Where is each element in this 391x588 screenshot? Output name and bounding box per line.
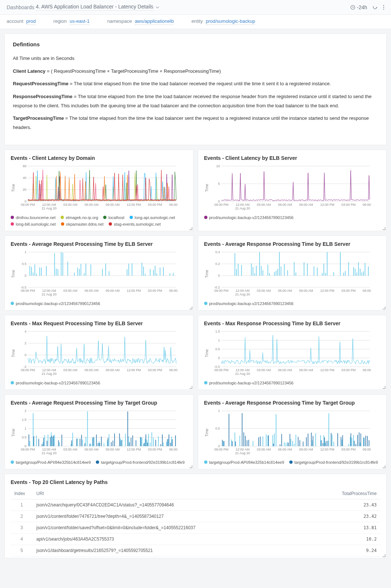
legend-item[interactable]: prod/sumologic-backup-v2/123456789012345… [204, 215, 294, 220]
table-title: Events - Top 20 Client Latency by Paths [11, 479, 380, 485]
svg-rect-218 [104, 443, 105, 446]
table-header[interactable]: URI [33, 488, 336, 499]
chart-panel: Events - Average Response Processing Tim… [198, 236, 387, 311]
resize-handle-icon[interactable] [383, 306, 385, 309]
filter-region[interactable]: regionus-east-1 [54, 18, 90, 25]
resize-handle-icon[interactable] [189, 227, 192, 230]
svg-text:0.2: 0.2 [215, 262, 220, 266]
svg-rect-370 [359, 432, 359, 446]
more-icon[interactable] [383, 5, 384, 10]
resize-handle-icon[interactable] [189, 386, 192, 389]
chart-plot[interactable]: 00.5109:00 PM12:00 AM21 Aug 2003:00 AM06… [210, 409, 381, 456]
table-row[interactable]: 3json/v1/content/folder/saved?offset=0&l… [11, 522, 380, 533]
legend-item[interactable]: prod/sumologic-backup-v2/123456789012345… [11, 381, 100, 385]
cell-index: 4 [11, 533, 33, 545]
resize-handle-icon[interactable] [383, 465, 385, 468]
legend-swatch-icon [204, 216, 207, 219]
svg-text:1.5: 1.5 [215, 330, 220, 333]
legend-item[interactable]: dinihou.bounceme.net [11, 215, 55, 220]
svg-rect-67 [109, 271, 109, 276]
svg-rect-305 [266, 434, 267, 446]
svg-rect-314 [292, 441, 293, 446]
table-row[interactable]: 1json/v2/searchquery/0C43F4ACD2ED4C1A/st… [11, 499, 380, 510]
svg-rect-299 [223, 441, 224, 446]
breadcrumb-root[interactable]: Dashboards [7, 4, 35, 10]
resize-handle-icon[interactable] [189, 306, 192, 309]
svg-rect-334 [228, 414, 229, 446]
table-header[interactable]: Index [11, 488, 33, 499]
dashboard-title[interactable]: 4. AWS Application Load Balancer - Laten… [36, 4, 153, 11]
legend-item[interactable]: targetgroup/Prod-API/84e325b14c814ee9 [204, 460, 284, 465]
svg-rect-306 [267, 435, 268, 446]
legend-item[interactable]: targetgroup/Prod-frontend/92e3199b1rc814… [289, 460, 378, 465]
refresh-icon[interactable] [372, 4, 378, 10]
legend-item[interactable]: elmagek.no-ip.org [61, 215, 98, 220]
filter-entity[interactable]: entityprod/sumologic-backup [191, 18, 255, 25]
svg-rect-213 [87, 411, 88, 446]
svg-text:06:00 AM: 06:00 AM [84, 448, 98, 451]
table-header[interactable]: TotalProcessTime [336, 488, 380, 499]
svg-text:12:00 PM: 12:00 PM [320, 289, 334, 293]
chart-plot[interactable]: 020406009:00 PM12:00 AM21 Aug 2003:00 AM… [16, 164, 187, 212]
resize-handle-icon[interactable] [383, 386, 385, 389]
legend-item[interactable]: long-bill.sumologic.net [11, 222, 56, 226]
legend-item[interactable]: localhost [103, 215, 124, 220]
table-row[interactable]: 4api/v1/search/jobs/463A45A2C575537310.2 [11, 533, 380, 545]
filter-namespace[interactable]: namespaceaws/applicationelb [107, 18, 174, 25]
legend-item[interactable]: stag-events.sumologic.net [109, 222, 161, 226]
svg-rect-354 [308, 434, 308, 446]
svg-text:0: 0 [25, 274, 26, 277]
legend-label: long-api.sumologic.net [135, 215, 175, 220]
chart-plot[interactable]: -202409:00 PM12:00 AM21 Aug 2003:00 AM06… [16, 329, 187, 377]
svg-rect-257 [96, 434, 97, 446]
svg-rect-279 [167, 439, 168, 446]
legend-label: targetgroup/Prod-API/84e325b14c814ee9 [209, 460, 284, 465]
svg-rect-49 [39, 267, 40, 276]
table-row[interactable]: 5json/v1/dashboard/getresults/21652579?_… [11, 545, 380, 556]
chart-plot[interactable]: -0.500.5109:00 PM12:00 AM21 Aug 2003:00 … [16, 250, 187, 298]
svg-rect-137 [358, 262, 359, 276]
legend-swatch-icon [11, 381, 14, 384]
legend-item[interactable]: prod/sumologic-backup-v2/123456789012345… [204, 301, 294, 306]
y-axis-label: Time [11, 329, 16, 377]
svg-rect-126 [323, 263, 324, 276]
svg-rect-355 [311, 433, 312, 446]
chart-plot[interactable]: 00.511.5209:00 PM12:00 AM21 Aug 2003:00 … [16, 409, 187, 456]
filter-account[interactable]: accountprod [7, 18, 36, 25]
svg-rect-52 [54, 253, 55, 276]
legend-swatch-icon [103, 216, 106, 219]
svg-rect-309 [276, 414, 276, 446]
chart-plot[interactable]: -0.200.20.409:00 PM12:00 AM21 Aug 2003:0… [210, 250, 381, 298]
chart-plot[interactable]: -0.500.511.509:00 PM12:00 AM21 Aug 2003:… [210, 329, 381, 377]
legend-item[interactable]: okpamaster.ddns.net [61, 222, 104, 226]
definitions-panel: Defintions All Time units are in Seconds… [4, 33, 387, 145]
legend-item[interactable]: prod/sumologic-backup-v2/123456789012345… [11, 301, 100, 306]
svg-rect-121 [304, 262, 304, 276]
svg-rect-263 [113, 441, 113, 446]
chevron-down-icon[interactable] [156, 6, 159, 9]
svg-text:06:00 AM: 06:00 AM [278, 368, 292, 372]
table-row[interactable]: 2json/v1/content/folder/7476721/tree?dep… [11, 510, 380, 522]
svg-rect-373 [365, 435, 366, 446]
legend-item[interactable]: long-api.sumologic.net [130, 215, 175, 220]
svg-rect-134 [353, 267, 354, 276]
latency-table: IndexURITotalProcessTime 1json/v2/search… [11, 488, 380, 556]
svg-rect-254 [84, 443, 85, 446]
svg-rect-51 [46, 266, 47, 276]
resize-handle-icon[interactable] [383, 554, 385, 557]
chart-plot[interactable]: 051009:00 PM12:00 AM21 Aug 2003:00 AM06:… [210, 164, 381, 212]
svg-rect-207 [59, 442, 60, 446]
resize-handle-icon[interactable] [383, 227, 385, 230]
svg-rect-224 [128, 436, 129, 446]
resize-handle-icon[interactable] [189, 465, 192, 468]
svg-rect-277 [160, 444, 161, 446]
legend-item[interactable]: prod/sumologic-backup-v2/123456789012345… [204, 381, 294, 385]
svg-rect-323 [332, 434, 332, 446]
svg-text:21 Aug 20: 21 Aug 20 [41, 293, 57, 296]
svg-rect-55 [61, 252, 62, 276]
chart-panel: Events - Client Latency by ELB Server Ti… [198, 150, 387, 231]
legend-item[interactable]: targetgroup/Prod-API/84e325b14c814ee9 [11, 460, 91, 465]
legend-item[interactable]: targetgroup/Prod-frontend/92e3199b1rc814… [96, 460, 185, 465]
svg-rect-364 [341, 437, 341, 446]
time-range-selector[interactable]: -24h [350, 4, 367, 10]
